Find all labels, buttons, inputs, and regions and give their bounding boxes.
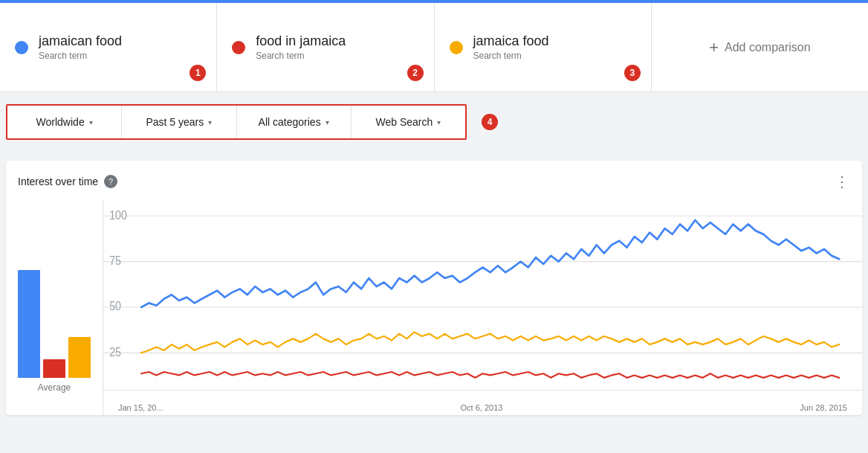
svg-text:50: 50	[109, 300, 121, 313]
term-2-label: Search term	[256, 51, 346, 61]
term-3-name: jamaica food	[473, 33, 549, 49]
filter-time[interactable]: Past 5 years ▾	[122, 106, 236, 138]
filter-websearch[interactable]: Web Search ▾	[352, 106, 465, 138]
term-3-text: jamaica food Search term	[473, 33, 549, 61]
chevron-down-icon-worldwide: ▾	[89, 118, 93, 126]
chart-svg: 100 75 50 25	[103, 199, 862, 415]
badge-2: 2	[407, 65, 424, 81]
avg-bar-red	[43, 359, 65, 378]
chart-title: Interest over time	[18, 176, 98, 187]
x-label-2: Oct 6, 2013	[461, 403, 503, 412]
filter-worldwide[interactable]: Worldwide ▾	[7, 106, 122, 138]
term-1-text: jamaican food Search term	[39, 33, 122, 61]
add-comparison-label: Add comparison	[725, 41, 811, 54]
badge-3: 3	[624, 65, 641, 81]
avg-bar-blue	[18, 270, 40, 378]
chart-title-group: Interest over time ?	[18, 175, 117, 188]
avg-bars	[18, 244, 91, 378]
avg-bar-yellow	[68, 337, 91, 378]
filter-categories-label: All categories	[259, 116, 321, 128]
term-1-dot	[15, 41, 28, 54]
svg-text:75: 75	[109, 254, 121, 268]
avg-section: Average	[6, 199, 103, 415]
chevron-down-icon-categories: ▾	[326, 118, 329, 126]
search-term-card-2[interactable]: food in jamaica Search term 2	[217, 3, 434, 91]
term-1-name: jamaican food	[39, 33, 122, 49]
filter-websearch-label: Web Search	[375, 116, 433, 128]
chevron-down-icon-websearch: ▾	[437, 118, 441, 126]
term-3-label: Search term	[473, 51, 549, 61]
badge-1: 1	[190, 65, 206, 81]
term-2-name: food in jamaica	[256, 33, 346, 49]
search-term-card-1[interactable]: jamaican food Search term 1	[0, 3, 217, 91]
search-terms-row: jamaican food Search term 1 food in jama…	[0, 3, 868, 92]
filter-row: Worldwide ▾ Past 5 years ▾ All categorie…	[6, 104, 467, 140]
filter-row-wrapper: Worldwide ▾ Past 5 years ▾ All categorie…	[0, 92, 868, 152]
x-label-1: Jan 15, 20...	[118, 403, 163, 412]
x-labels: Jan 15, 20... Oct 6, 2013 Jun 28, 2015	[103, 403, 862, 412]
x-label-3: Jun 28, 2015	[800, 403, 847, 412]
chevron-down-icon-time: ▾	[208, 118, 212, 126]
term-3-dot	[450, 41, 463, 54]
add-comparison-plus-icon: +	[709, 38, 719, 57]
filter-time-label: Past 5 years	[146, 116, 204, 128]
chart-area: Average 100 75 50 25	[6, 199, 862, 415]
add-comparison-card[interactable]: + Add comparison	[652, 3, 868, 91]
svg-text:100: 100	[109, 208, 127, 222]
filter-worldwide-label: Worldwide	[36, 116, 85, 128]
help-icon[interactable]: ?	[104, 175, 117, 188]
chart-graph: 100 75 50 25 Jan 15, 20... Oct 6, 2013 J…	[103, 199, 862, 415]
chart-card: Interest over time ? ⋮ Average	[6, 161, 862, 415]
term-2-text: food in jamaica Search term	[256, 33, 346, 61]
more-options-icon[interactable]: ⋮	[835, 173, 850, 190]
term-1-label: Search term	[39, 51, 122, 61]
search-term-card-3[interactable]: jamaica food Search term 3	[435, 3, 652, 91]
avg-label: Average	[38, 382, 71, 393]
main-content: Interest over time ? ⋮ Average	[0, 152, 868, 424]
term-2-dot	[232, 41, 245, 54]
svg-text:25: 25	[109, 345, 121, 359]
filter-categories[interactable]: All categories ▾	[237, 106, 352, 138]
badge-4: 4	[482, 114, 498, 130]
chart-header: Interest over time ? ⋮	[6, 173, 862, 199]
